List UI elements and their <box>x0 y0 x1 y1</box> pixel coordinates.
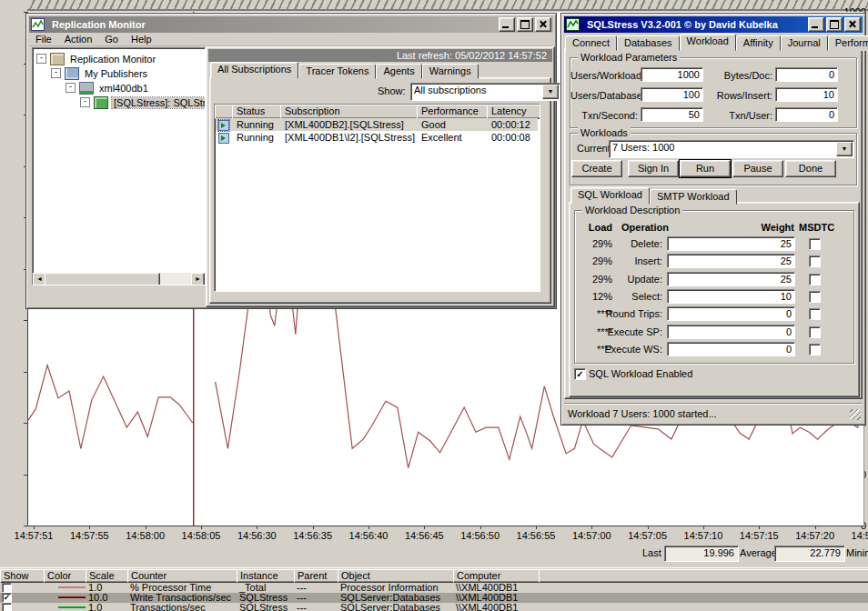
subs-column-header-Performance[interactable]: Performance <box>417 105 490 119</box>
msdtc-checkbox[interactable] <box>809 308 821 320</box>
show-counter-checkbox[interactable]: ✓ <box>2 593 12 603</box>
menu-action[interactable]: Action <box>58 33 99 45</box>
legend-column-header-object[interactable]: Object <box>338 569 456 583</box>
show-counter-checkbox[interactable] <box>2 583 12 593</box>
chevron-down-icon[interactable]: ▼ <box>542 85 559 99</box>
tab-all-subscriptions[interactable]: All Subscriptions <box>210 62 298 79</box>
scrollbar-thumb[interactable] <box>45 273 160 285</box>
legend-row[interactable]: ✓10.0Write Transactions/secSQLStress---S… <box>0 593 868 603</box>
legend-row[interactable]: 1.0Transactions/secSQLStress---SQLServer… <box>0 603 868 611</box>
menu-go[interactable]: Go <box>98 33 125 45</box>
chevron-down-icon[interactable]: ▼ <box>836 142 853 156</box>
weight-input-insert-[interactable]: 25 <box>667 254 795 268</box>
weight-input-round-trips-[interactable]: 0 <box>667 306 795 321</box>
field-input-txn-user-[interactable]: 0 <box>775 107 838 122</box>
tree-item-label[interactable]: Replication Monitor <box>68 54 157 65</box>
tree-item[interactable]: -Replication Monitor <box>36 52 157 65</box>
show-subscriptions-combobox[interactable]: All subscriptions ▼ <box>410 83 560 101</box>
sign-in-button[interactable]: Sign In <box>628 160 679 177</box>
legend-column-header-scale[interactable]: Scale <box>86 569 130 583</box>
tree-expand-icon[interactable]: - <box>51 68 61 78</box>
tab-tracer-tokens[interactable]: Tracer Tokens <box>298 64 376 79</box>
subs-column-header-Subscription[interactable]: Subscription <box>280 105 420 119</box>
legend-row[interactable]: 1.0% Processor Time_Total---Processor In… <box>0 583 868 593</box>
field-input-rows-insert-[interactable]: 10 <box>775 87 838 102</box>
operation-label: Execute SP: <box>599 326 662 337</box>
close-icon[interactable] <box>844 17 861 32</box>
subscription-row[interactable]: Running[XML400DB2].[SQLStress]Good00:00:… <box>216 118 538 131</box>
tab-performance[interactable]: Performance <box>828 35 868 51</box>
tree-expand-icon[interactable]: - <box>66 83 76 93</box>
scroll-right-icon[interactable]: ► <box>191 273 205 285</box>
subscription-row[interactable]: Running[XML400DB1\I2].[SQLStress]Excelle… <box>216 131 538 144</box>
weight-input-execute-sp-[interactable]: 0 <box>667 325 795 339</box>
tree-expand-icon[interactable]: - <box>36 54 46 64</box>
tab-connect[interactable]: Connect <box>565 35 617 51</box>
menu-file[interactable]: File <box>29 33 58 45</box>
subs-performance: Excellent <box>418 131 491 144</box>
legend-column-header-computer[interactable]: Computer <box>453 569 541 583</box>
legend-parent: --- <box>294 603 340 611</box>
msdtc-checkbox[interactable] <box>809 326 821 338</box>
msdtc-checkbox[interactable] <box>809 238 821 250</box>
field-input-users-database-[interactable]: 100 <box>641 87 703 102</box>
msdtc-checkbox[interactable] <box>809 274 821 285</box>
tab-sql-workload[interactable]: SQL Workload <box>570 187 650 205</box>
pause-button[interactable]: Pause <box>732 160 783 177</box>
field-input-bytes-doc-[interactable]: 0 <box>775 67 838 82</box>
x-axis-label: 14:57:51 <box>10 530 57 541</box>
running-status-icon <box>218 133 229 144</box>
tree-expand-icon[interactable]: - <box>80 97 90 107</box>
weight-input-delete-[interactable]: 25 <box>667 236 795 251</box>
current-workload-combobox[interactable]: 7 Users: 1000 ▼ <box>609 140 854 158</box>
subs-column-header-Status[interactable]: Status <box>232 105 284 119</box>
tree-item[interactable]: -xml400db1 <box>66 81 150 95</box>
subs-latency: 00:00:08 <box>488 131 540 144</box>
tree-horizontal-scrollbar[interactable]: ◄ ► <box>33 273 205 285</box>
create-button[interactable]: Create <box>571 160 622 177</box>
minimize-icon[interactable] <box>499 17 515 32</box>
tab-affinity[interactable]: Affinity <box>736 35 781 51</box>
tab-journal[interactable]: Journal <box>781 35 828 51</box>
msdtc-checkbox[interactable] <box>809 344 821 356</box>
close-icon[interactable] <box>535 17 551 32</box>
maximize-icon[interactable] <box>826 17 843 32</box>
counter-color-sample <box>58 596 86 598</box>
msdtc-checkbox[interactable] <box>809 255 821 267</box>
tab-agents[interactable]: Agents <box>376 64 421 79</box>
subs-column-header-Latency[interactable]: Latency <box>487 105 540 119</box>
minimize-icon[interactable] <box>808 17 824 32</box>
maximize-icon[interactable] <box>517 17 533 32</box>
menu-help[interactable]: Help <box>125 33 158 45</box>
legend-column-header-color[interactable]: Color <box>44 569 88 583</box>
field-input-users-workload-[interactable]: 1000 <box>641 67 703 82</box>
tree-item-label[interactable]: xml400db1 <box>97 83 150 94</box>
weight-input-execute-ws-[interactable]: 0 <box>667 342 795 356</box>
tab-smtp-workload[interactable]: SMTP Workload <box>650 189 737 205</box>
legend-column-header-parent[interactable]: Parent <box>294 569 340 583</box>
sqlstress-titlebar[interactable]: SQLStress V3.2-001 © by David Kubelka <box>564 16 863 33</box>
done-button[interactable]: Done <box>785 160 836 177</box>
legend-column-header-show[interactable]: Show <box>0 569 46 583</box>
legend-column-header-counter[interactable]: Counter <box>127 569 239 583</box>
tree-item-label[interactable]: My Publishers <box>83 68 149 79</box>
weight-input-update-[interactable]: 25 <box>667 272 795 286</box>
x-axis-tick <box>368 526 369 529</box>
legend-column-header-instance[interactable]: Instance <box>237 569 297 583</box>
stat-last-label: Last <box>642 547 661 558</box>
run-button[interactable]: Run <box>680 160 731 177</box>
tree-item[interactable]: -My Publishers <box>51 66 149 80</box>
tab-databases[interactable]: Databases <box>617 35 680 51</box>
resize-grip[interactable] <box>850 409 861 420</box>
tree-item[interactable]: -[SQLStress]: SQLStress_Pub <box>80 95 206 109</box>
field-input-txn-second-[interactable]: 50 <box>641 107 703 122</box>
show-counter-checkbox[interactable] <box>2 603 12 611</box>
tab-workload[interactable]: Workload <box>680 34 736 51</box>
weight-input-select-[interactable]: 10 <box>667 289 795 304</box>
sql-workload-enabled-checkbox[interactable]: ✓ <box>574 368 586 380</box>
tab-warnings[interactable]: Warnings <box>422 64 479 79</box>
msdtc-checkbox[interactable] <box>809 291 821 303</box>
legend-scale: 10.0 <box>86 593 130 603</box>
replication-monitor-titlebar[interactable]: Replication Monitor <box>29 16 553 33</box>
tree-item-label[interactable]: [SQLStress]: SQLStress_Pub <box>112 97 206 108</box>
